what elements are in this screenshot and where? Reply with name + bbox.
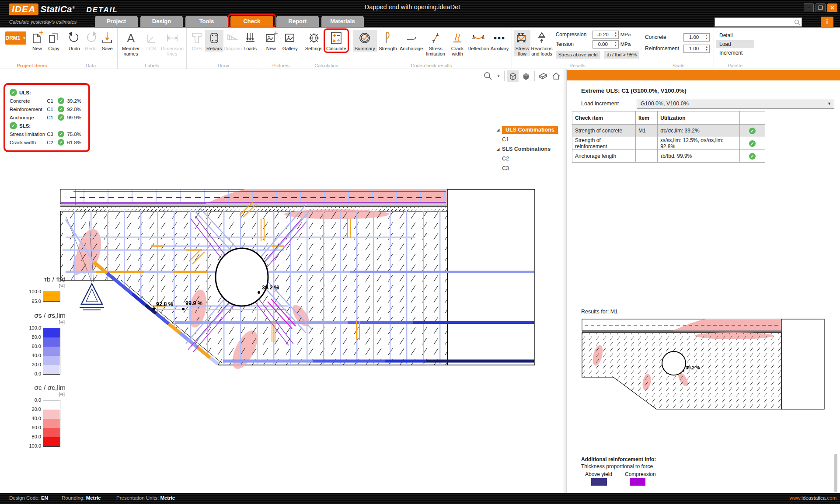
panel-scrollbar[interactable] (834, 454, 837, 492)
tab-design[interactable]: Design (140, 16, 183, 27)
stress-limitation-button[interactable]: Stress limitation (424, 30, 448, 56)
scale-sigma-s: σs / σs,lim [%] 100.0 80.0 60.0 40.0 20.… (16, 312, 66, 379)
settings-button[interactable]: Settings (304, 30, 324, 52)
home-icon (551, 71, 561, 81)
table-row[interactable]: Strength of reinforcement εs/εs,lim: 12.… (572, 137, 765, 150)
summary-row-reinforcement[interactable]: ReinforcementC1 ✓92.8% (10, 105, 86, 113)
units-status: Presentation Units: Metric (116, 495, 175, 501)
tree-item-sls[interactable]: ◢ SLS Combinations (494, 144, 562, 154)
table-row[interactable]: Strength of concrete M1 σc/σc,lim: 39.2%… (572, 125, 765, 137)
check-icon: ✓ (58, 106, 64, 112)
tab-materials[interactable]: Materials (321, 16, 364, 27)
group-calculation: Settings Calculate Calculation (302, 28, 351, 69)
clip-view-button[interactable] (537, 70, 549, 82)
spinner-arrows-icon[interactable]: ▲▼ (613, 41, 618, 47)
results-fields: Compression -0.20▲▼ MPa Tension 0.00▲▼ M… (556, 30, 641, 60)
member-names-button[interactable]: A Member names (119, 30, 142, 56)
scale-reinforcement-stepper[interactable]: 1.00▲▼ (683, 45, 710, 53)
palette-load[interactable]: Load (716, 40, 754, 48)
palette-increment[interactable]: Increment (716, 49, 754, 57)
zoom-button[interactable] (482, 70, 494, 82)
summary-button[interactable]: Summary (353, 30, 377, 52)
tab-report[interactable]: Report (276, 16, 319, 27)
rebars-button[interactable]: Rebars (205, 30, 223, 52)
website-link[interactable]: www.ideastatica.com (790, 495, 837, 501)
reactions-button[interactable]: Reactions and loads (530, 30, 553, 56)
group-caption: Results (512, 63, 643, 68)
group-data: Undo Redo Save Data (64, 28, 118, 69)
table-row[interactable]: Anchorage length τb/fbd: 99.9% ✓ (572, 150, 765, 163)
new-item-button[interactable]: New (29, 30, 45, 52)
stirrup-icon (207, 31, 221, 45)
idea-logo: IDEA (9, 3, 38, 15)
drm-selector[interactable]: DRM1▼ (5, 31, 26, 45)
wireframe-view-button[interactable] (507, 70, 519, 82)
search-input[interactable] (715, 20, 794, 25)
group-project-items: DRM1▼ New Copy Project items (0, 28, 64, 69)
tab-tools[interactable]: Tools (185, 16, 228, 27)
info-button[interactable]: i (821, 17, 833, 28)
load-increment-select[interactable]: G100.0%, V100.0% ▼ (637, 99, 834, 109)
save-button[interactable]: Save (99, 30, 115, 52)
check-icon: ✓ (58, 131, 64, 137)
deflection-button[interactable]: Deflection (467, 30, 489, 52)
tab-check[interactable]: Check (230, 16, 273, 27)
solid-view-button[interactable] (520, 70, 532, 82)
tb-fbd-toggle[interactable]: τb / fbd > 95% (604, 51, 639, 59)
copy-icon (47, 31, 61, 45)
tree-item-uls[interactable]: ◢ ULS Combinations (494, 125, 562, 135)
statica-logo: StatiCa® (40, 4, 75, 14)
tree-expander-icon[interactable]: ◢ (494, 128, 502, 132)
strength-icon (381, 31, 395, 45)
toolbar-divider (504, 71, 505, 81)
zoom-dropdown[interactable]: ▼ (495, 70, 502, 82)
loads-button[interactable]: Loads (242, 30, 258, 52)
uls-header: ✓ULS: (10, 88, 86, 97)
tree-item-c1[interactable]: C1 (494, 135, 562, 144)
strength-button[interactable]: Strength (377, 30, 399, 52)
calculator-icon (329, 31, 343, 45)
calculate-button[interactable]: Calculate (325, 30, 347, 52)
spinner-arrows-icon[interactable]: ▲▼ (704, 45, 709, 52)
axes-icon (144, 31, 158, 45)
summary-row-stress-limitation[interactable]: Stress limitationC3 ✓75.8% (10, 130, 86, 138)
undo-button[interactable]: Undo (66, 30, 83, 52)
tab-project[interactable]: Project (95, 16, 138, 27)
group-draw: CSS Rebars Diagram Loads Draw (187, 28, 260, 69)
palette-detail[interactable]: Detail (716, 31, 754, 39)
tree-expander-icon[interactable]: ◢ (494, 147, 502, 151)
solid-cube-icon (521, 71, 531, 81)
css-button: CSS (188, 30, 205, 52)
close-button[interactable]: ✕ (827, 3, 837, 12)
tension-stepper[interactable]: 0.00▲▼ (593, 40, 619, 49)
maximize-button[interactable]: ❐ (816, 3, 826, 12)
magnifier-icon (483, 71, 493, 81)
spinner-arrows-icon[interactable]: ▲▼ (613, 31, 618, 38)
spinner-arrows-icon[interactable]: ▲▼ (704, 34, 709, 40)
summary-row-concrete[interactable]: ConcreteC1 ✓39.2% (10, 97, 86, 105)
copy-item-button[interactable]: Copy (45, 30, 62, 52)
home-view-button[interactable] (551, 70, 562, 82)
anchorage-hook-icon (404, 31, 418, 45)
stress-flow-button[interactable]: Stress flow (514, 30, 530, 56)
summary-row-crack-width[interactable]: Crack widthC2 ✓61.8% (10, 138, 86, 146)
tree-item-c2[interactable]: C2 (494, 154, 562, 163)
tree-item-c3[interactable]: C3 (494, 163, 562, 173)
panel-divider[interactable] (564, 69, 567, 493)
compression-stepper[interactable]: -0.20▲▼ (593, 31, 619, 39)
check-icon: ✓ (749, 153, 756, 160)
minimize-button[interactable]: – (804, 3, 814, 12)
auxiliary-button[interactable]: ••• Auxiliary (489, 30, 510, 52)
anchorage-button[interactable]: Anchorage (399, 30, 424, 52)
toolbar-divider (534, 71, 535, 81)
gallery-button[interactable]: Gallery (280, 30, 300, 52)
scale-concrete-stepper[interactable]: 1.00▲▼ (683, 33, 710, 42)
summary-row-anchorage[interactable]: AnchorageC1 ✓99.9% (10, 113, 86, 122)
tension-unit: MPa (620, 42, 631, 47)
stress-flow-icon (515, 31, 529, 45)
stress-above-yield-toggle[interactable]: Stress above yield (556, 51, 600, 59)
picture-new-button[interactable]: New (262, 30, 280, 52)
clip-plane-icon (538, 71, 548, 81)
crack-width-button[interactable]: Crack width (448, 30, 467, 56)
search-box[interactable] (715, 17, 802, 27)
